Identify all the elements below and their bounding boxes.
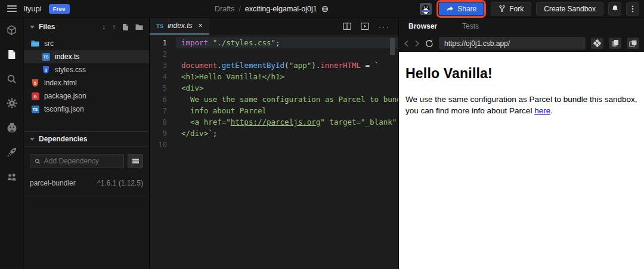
ts-lang-badge: TS: [156, 23, 163, 29]
files-panel-empty-area: [24, 196, 149, 269]
github-icon[interactable]: [7, 122, 17, 133]
refresh-icon[interactable]: [425, 39, 434, 48]
bell-icon: [611, 5, 619, 13]
file-tree: src TS index.ts 3 styles.css 5 index.htm…: [24, 36, 149, 116]
open-new-window-button[interactable]: [627, 38, 639, 49]
collapse-caret-icon[interactable]: [30, 138, 35, 141]
dependency-row[interactable]: parcel-bundler ^1.6.1 (1.12.5): [24, 174, 149, 196]
tree-item-tsconfig-json[interactable]: TS tsconfig.json: [24, 103, 149, 116]
tab-browser[interactable]: Browser: [408, 22, 437, 30]
dependency-list-button[interactable]: [128, 154, 143, 168]
export-icon[interactable]: ↓: [102, 23, 106, 31]
live-collaboration-icon[interactable]: [7, 171, 17, 182]
tab-index-ts[interactable]: TS index.ts ×: [150, 18, 209, 35]
tree-item-index-ts[interactable]: TS index.ts: [24, 50, 149, 63]
css-file-icon: 3: [42, 66, 50, 74]
typescript-file-icon: TS: [31, 105, 39, 113]
file-name: styles.css: [55, 66, 86, 74]
dependency-version: ^1.6.1 (1.12.5): [97, 179, 143, 187]
search-icon: [35, 158, 41, 165]
tree-item-package-json[interactable]: n package.json: [24, 89, 149, 103]
typescript-file-icon: TS: [42, 52, 50, 61]
create-sandbox-button[interactable]: Create Sandbox: [536, 2, 603, 16]
tree-item-styles-css[interactable]: 3 styles.css: [24, 63, 149, 76]
file-name: src: [44, 39, 54, 48]
open-preview-icon[interactable]: [361, 23, 369, 30]
close-tab-icon[interactable]: ×: [197, 21, 203, 30]
file-explorer-icon[interactable]: [7, 49, 17, 60]
activity-bar: [0, 18, 24, 269]
code-line[interactable]: import "./styles.css";: [176, 37, 398, 48]
code-line[interactable]: </div>`;: [176, 128, 398, 139]
tree-item-src[interactable]: src: [24, 37, 149, 50]
breadcrumb-folder[interactable]: Drafts: [215, 5, 234, 13]
new-folder-icon[interactable]: [135, 24, 143, 30]
deployment-rocket-icon[interactable]: [7, 147, 17, 157]
fork-icon: [499, 5, 506, 13]
editor-scrollbar-thumb[interactable]: [390, 38, 395, 55]
breadcrumb-separator: /: [239, 5, 240, 13]
url-bar[interactable]: [439, 37, 586, 50]
preview-tab-bar: Browser Tests: [399, 18, 644, 35]
code-line[interactable]: <a href="https://parceljs.org" target="_…: [176, 116, 398, 128]
codesandbox-app: liyupi Free Drafts / exciting-elgamal-oj…: [0, 0, 644, 269]
code-line[interactable]: [176, 139, 398, 150]
editor-more-icon[interactable]: ···: [379, 22, 390, 31]
split-editor-icon[interactable]: [343, 23, 351, 30]
menu-icon[interactable]: [7, 5, 17, 12]
notifications-button[interactable]: [608, 2, 621, 16]
code-line[interactable]: <div>: [176, 82, 398, 94]
tab-tests[interactable]: Tests: [462, 22, 479, 30]
parcel-here-link[interactable]: here: [534, 106, 550, 115]
forward-icon[interactable]: [414, 40, 420, 47]
globe-icon: [321, 5, 329, 13]
share-arrow-icon: [446, 5, 454, 13]
tab-filename: index.ts: [168, 21, 192, 30]
editor-panel: TS index.ts × ··· 12345678910 import "./…: [150, 18, 398, 269]
url-input[interactable]: [444, 39, 580, 48]
back-icon[interactable]: [404, 40, 409, 47]
user-avatar[interactable]: [420, 3, 432, 15]
preview-heading: Hello Vanilla!: [405, 66, 637, 82]
top-bar: liyupi Free Drafts / exciting-elgamal-oj…: [0, 0, 644, 18]
line-number: 6: [150, 94, 167, 105]
file-name: tsconfig.json: [44, 105, 84, 113]
new-file-icon[interactable]: [122, 23, 129, 31]
add-dependency-input[interactable]: [44, 157, 119, 165]
files-header: Files ↓ ↑: [24, 18, 149, 36]
code-line[interactable]: document.getElementById("app").innerHTML…: [176, 60, 398, 71]
line-number: 1: [150, 37, 167, 48]
file-name: index.html: [44, 79, 77, 87]
line-number: 7: [150, 105, 167, 116]
collapse-caret-icon[interactable]: [30, 26, 35, 29]
sandbox-title[interactable]: exciting-elgamal-oj0j1: [245, 5, 317, 13]
add-dependency-field[interactable]: [30, 154, 124, 168]
list-icon: [132, 159, 139, 163]
more-options-button[interactable]: ⋮: [626, 2, 639, 16]
browser-navigation-bar: [399, 35, 644, 52]
dependencies-title: Dependencies: [39, 135, 87, 143]
code-line[interactable]: <h1>Hello Vanilla!</h1>: [176, 71, 398, 82]
code-line[interactable]: info about Parcel: [176, 105, 398, 116]
plan-badge: Free: [49, 4, 70, 14]
sandbox-info-icon[interactable]: [7, 24, 17, 35]
share-button[interactable]: Share: [439, 2, 484, 16]
breadcrumb: Drafts / exciting-elgamal-oj0j1: [215, 0, 329, 18]
browser-preview-content: Hello Vanilla! We use the same configura…: [399, 52, 644, 269]
line-number: 4: [150, 71, 167, 82]
settings-gear-icon[interactable]: [7, 98, 17, 109]
tree-item-index-html[interactable]: 5 index.html: [24, 76, 149, 89]
copy-url-button[interactable]: [609, 38, 621, 49]
share-highlight-outline: Share: [436, 0, 486, 18]
responsive-mode-button[interactable]: [591, 38, 603, 49]
fork-button[interactable]: Fork: [491, 2, 531, 16]
html-file-icon: 5: [31, 79, 39, 87]
search-icon[interactable]: [7, 73, 17, 84]
line-number: 9: [150, 128, 167, 139]
fork-label: Fork: [509, 5, 524, 13]
code-line[interactable]: We use the same configuration as Parcel …: [176, 94, 398, 105]
upload-icon[interactable]: ↑: [112, 23, 116, 31]
code-editor[interactable]: 12345678910 import "./styles.css";docume…: [150, 35, 398, 269]
preview-paragraph: We use the same configuration as Parcel …: [405, 94, 637, 116]
code-line[interactable]: [176, 48, 398, 60]
